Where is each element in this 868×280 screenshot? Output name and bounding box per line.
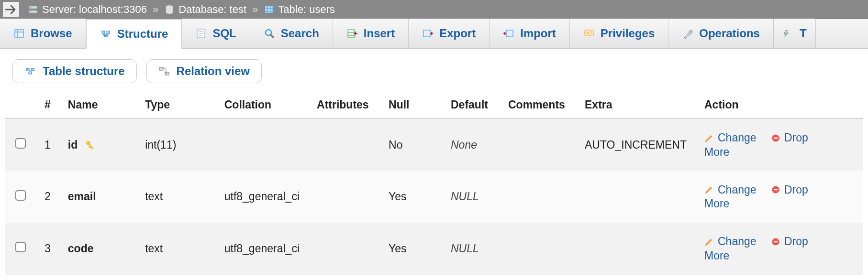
tab-sql[interactable]: SQL [182,19,250,48]
cell-action: Change Drop More [696,118,863,171]
cell-comments [500,223,576,275]
cell-comments [500,171,576,223]
pencil-icon [704,185,714,194]
row-checkbox[interactable] [15,242,26,252]
subtab-relation-view[interactable]: Relation view [146,59,262,83]
triggers-icon [782,28,794,39]
tab-insert[interactable]: Insert [333,19,409,48]
cell-type: int(11) [136,118,216,171]
action-drop[interactable]: Drop [771,131,808,144]
server-icon [28,4,38,15]
cell-attributes [308,118,380,171]
svg-rect-14 [159,67,163,70]
cell-extra [576,171,696,223]
svg-rect-21 [774,189,778,191]
col-head-num[interactable]: # [36,92,59,118]
cell-collation: utf8_general_ci [216,223,308,275]
table-row: 3 code text utf8_general_ci Yes NULL Cha… [5,223,863,275]
cell-type: text [136,223,216,275]
sub-tab-bar: Table structure Relation view [0,49,868,87]
action-more[interactable]: More [704,146,729,159]
breadcrumb-separator: » [252,3,258,16]
cell-attributes [308,171,380,223]
tab-label: Structure [117,27,168,41]
col-head-comments[interactable]: Comments [500,92,576,118]
tab-label: Import [520,27,556,40]
col-head-action[interactable]: Action [696,92,863,118]
tab-structure[interactable]: Structure [86,19,182,49]
insert-icon [346,28,358,39]
tab-label: Operations [699,27,760,40]
svg-rect-18 [774,137,778,139]
svg-rect-6 [15,30,23,37]
breadcrumb-separator: » [153,3,158,16]
primary-key-icon [85,140,95,150]
cell-num: 2 [36,171,59,223]
row-checkbox[interactable] [15,190,26,201]
svg-rect-5 [265,6,273,13]
tab-browse[interactable]: Browse [0,19,86,48]
breadcrumb-table[interactable]: Table: users [278,3,335,16]
drop-icon [771,133,780,143]
tab-more[interactable]: T [774,19,816,48]
tab-search[interactable]: Search [250,19,333,48]
cell-name: id [59,118,136,171]
svg-point-13 [586,32,589,34]
privileges-icon [583,28,595,39]
tab-label: Export [439,27,476,40]
cell-extra: AUTO_INCREMENT [576,118,696,171]
svg-point-3 [31,11,32,12]
action-more[interactable]: More [704,197,729,210]
breadcrumb-database[interactable]: Database: test [178,3,246,16]
import-icon [503,28,514,39]
cell-default: NULL [442,171,500,223]
svg-rect-0 [29,6,37,9]
cell-attributes [308,223,380,275]
action-drop[interactable]: Drop [771,183,808,196]
search-icon [264,28,275,39]
cell-num: 3 [36,223,59,275]
action-change[interactable]: Change [704,131,757,144]
col-head-null[interactable]: Null [380,92,442,118]
cell-name: code [59,223,136,275]
collapse-nav-button[interactable] [3,2,19,17]
col-head-collation[interactable]: Collation [216,92,308,118]
cell-null: No [380,118,442,171]
action-change[interactable]: Change [704,235,757,248]
main-tab-bar: Browse Structure SQL Search Insert Expor… [0,19,868,49]
cell-num: 1 [36,118,59,171]
cell-action: Change Drop More [696,223,863,275]
action-drop[interactable]: Drop [771,235,808,248]
subtab-table-structure[interactable]: Table structure [12,59,137,83]
col-head-default[interactable]: Default [442,92,500,118]
col-head-extra[interactable]: Extra [576,92,696,118]
tab-operations[interactable]: Operations [668,19,774,48]
table-row: 2 email text utf8_general_ci Yes NULL Ch… [5,171,863,223]
action-more[interactable]: More [704,249,729,262]
row-checkbox[interactable] [15,138,26,149]
breadcrumb-server[interactable]: Server: localhost:3306 [42,3,147,16]
svg-rect-10 [423,30,430,37]
col-head-name[interactable]: Name [59,92,136,118]
cell-default: NULL [442,223,500,275]
structure-icon [100,28,111,40]
cell-null: Yes [380,223,442,275]
table-icon [264,4,274,15]
tab-import[interactable]: Import [490,19,570,48]
svg-rect-24 [774,241,778,242]
col-head-attributes[interactable]: Attributes [308,92,380,118]
tab-privileges[interactable]: Privileges [570,19,668,48]
cell-collation [216,118,308,171]
tab-export[interactable]: Export [409,19,490,48]
tab-label: Insert [364,27,395,40]
export-icon [422,28,434,39]
drop-icon [771,185,780,194]
pencil-icon [704,237,714,247]
cell-collation: utf8_general_ci [216,171,308,223]
svg-rect-1 [29,11,37,13]
table-header-row: # Name Type Collation Attributes Null De… [5,92,863,118]
action-change[interactable]: Change [704,183,757,196]
cell-default: None [442,118,500,171]
breadcrumb-bar: Server: localhost:3306 » Database: test … [0,0,868,19]
col-head-type[interactable]: Type [136,92,216,118]
